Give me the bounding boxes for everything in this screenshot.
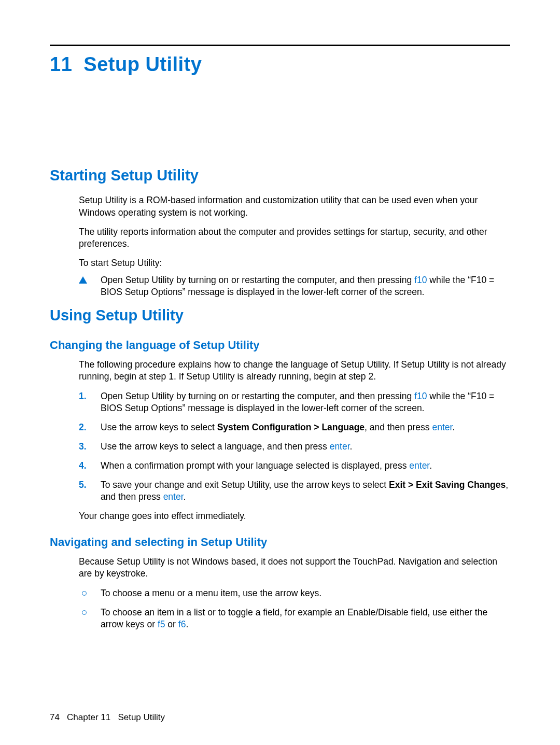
footer-title: Setup Utility <box>118 712 165 722</box>
bullet-list: To choose a menu or a menu item, use the… <box>79 587 510 630</box>
section-using-heading: Using Setup Utility <box>50 305 510 325</box>
list-item: 4. When a confirmation prompt with your … <box>79 460 510 472</box>
step-number: 4. <box>79 460 87 472</box>
text: To save your change and exit Setup Utili… <box>101 480 389 490</box>
top-rule <box>50 45 510 46</box>
step-number: 3. <box>79 441 87 453</box>
list-item: To choose a menu or a menu item, use the… <box>79 587 510 599</box>
text: . <box>350 441 353 452</box>
key-f10: f10 <box>414 275 427 285</box>
paragraph: Setup Utility is a ROM-based information… <box>79 194 510 218</box>
list-item: 1. Open Setup Utility by turning on or r… <box>79 390 510 414</box>
key-f10: f10 <box>414 391 427 401</box>
paragraph: Your change goes into effect immediately… <box>79 510 510 522</box>
paragraph: Because Setup Utility is not Windows bas… <box>79 556 510 580</box>
list-item: Open Setup Utility by turning on or rest… <box>79 274 510 298</box>
key-enter: enter <box>409 460 429 471</box>
chapter-number: 11 <box>50 53 72 75</box>
text: Open Setup Utility by turning on or rest… <box>101 391 414 401</box>
text: . <box>429 460 432 471</box>
section-starting-heading: Starting Setup Utility <box>50 165 510 185</box>
text: or <box>165 619 178 629</box>
chapter-heading: 11Setup Utility <box>50 51 510 77</box>
step-number: 1. <box>79 390 87 402</box>
list-item: 2. Use the arrow keys to select System C… <box>79 421 510 433</box>
list-item: 3. Use the arrow keys to select a langua… <box>79 441 510 453</box>
bold-text: Exit > Exit Saving Changes <box>389 480 506 490</box>
text: . <box>452 422 455 432</box>
key-f6: f6 <box>178 619 186 629</box>
footer-chapter: Chapter 11 <box>67 712 110 722</box>
page: 11Setup Utility Starting Setup Utility S… <box>0 0 560 745</box>
key-f5: f5 <box>158 619 165 629</box>
page-footer: 74 Chapter 11 Setup Utility <box>50 712 165 723</box>
paragraph: The following procedure explains how to … <box>79 359 510 383</box>
chapter-title: Setup Utility <box>83 53 202 75</box>
section-starting-body: Setup Utility is a ROM-based information… <box>79 194 510 298</box>
page-number: 74 <box>50 712 60 722</box>
paragraph: The utility reports information about th… <box>79 226 510 250</box>
key-enter: enter <box>432 422 452 432</box>
numbered-list: 1. Open Setup Utility by turning on or r… <box>79 390 510 503</box>
bold-text: System Configuration > Language <box>217 422 365 432</box>
step-number: 2. <box>79 421 87 433</box>
text: To choose a menu or a menu item, use the… <box>101 588 321 598</box>
subsection-language-body: The following procedure explains how to … <box>79 359 510 522</box>
subsection-navigating-body: Because Setup Utility is not Windows bas… <box>79 556 510 630</box>
text: Use the arrow keys to select a language,… <box>101 441 330 452</box>
list-item: 5. To save your change and exit Setup Ut… <box>79 479 510 503</box>
list-item: To choose an item in a list or to toggle… <box>79 607 510 630</box>
subsection-navigating-heading: Navigating and selecting in Setup Utilit… <box>50 535 510 550</box>
text: Open Setup Utility by turning on or rest… <box>101 275 414 285</box>
text: . <box>186 619 188 629</box>
triangle-list: Open Setup Utility by turning on or rest… <box>79 274 510 298</box>
text: Use the arrow keys to select <box>101 422 217 432</box>
key-enter: enter <box>163 491 184 502</box>
paragraph: To start Setup Utility: <box>79 257 510 269</box>
step-number: 5. <box>79 479 87 491</box>
text: . <box>184 491 186 502</box>
text: , and then press <box>365 422 432 432</box>
key-enter: enter <box>330 441 350 452</box>
subsection-language-heading: Changing the language of Setup Utility <box>50 338 510 353</box>
text: When a confirmation prompt with your lan… <box>101 460 409 471</box>
